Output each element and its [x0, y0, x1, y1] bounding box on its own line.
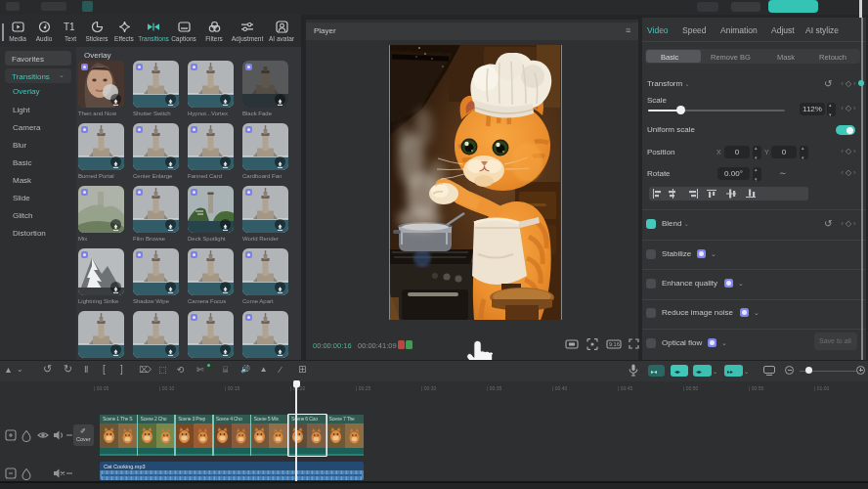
svg-text:9:16: 9:16	[609, 341, 620, 347]
svg-text:T1: T1	[64, 22, 75, 32]
